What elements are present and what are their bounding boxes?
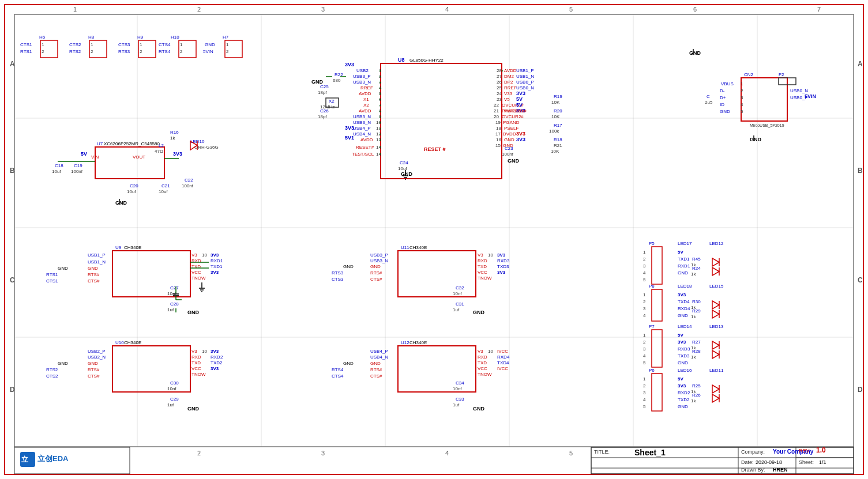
svg-text:R30: R30 — [692, 299, 701, 304]
svg-text:TXD3: TXD3 — [678, 353, 690, 359]
svg-text:2: 2 — [643, 383, 646, 389]
svg-text:5V1: 5V1 — [345, 135, 354, 141]
svg-text:RTS#: RTS# — [370, 270, 382, 276]
svg-text:CTS4: CTS4 — [159, 42, 171, 47]
svg-text:C25: C25 — [320, 84, 329, 89]
svg-text:3: 3 — [321, 6, 325, 13]
svg-text:3V3: 3V3 — [678, 340, 686, 345]
svg-text:D: D — [10, 386, 15, 394]
svg-text:28: 28 — [497, 68, 502, 73]
svg-text:13: 13 — [376, 137, 381, 142]
svg-text:USB4_P: USB4_P — [370, 349, 388, 354]
svg-text:GND: GND — [88, 361, 98, 366]
svg-text:R29: R29 — [692, 308, 701, 314]
svg-text:TXD1: TXD1 — [211, 264, 223, 269]
svg-text:10: 10 — [202, 349, 207, 354]
svg-text:RTS#: RTS# — [370, 367, 382, 372]
svg-text:23: 23 — [497, 97, 502, 102]
svg-text:CH340E: CH340E — [124, 340, 141, 345]
svg-text:H7: H7 — [223, 35, 229, 40]
svg-text:R28: R28 — [692, 349, 701, 354]
svg-text:MircoUSB_5P2019: MircoUSB_5P2019 — [750, 123, 784, 128]
svg-text:RXD3: RXD3 — [497, 258, 510, 263]
svg-text:USB1_N: USB1_N — [516, 74, 534, 79]
svg-text:VCC: VCC — [191, 366, 201, 371]
svg-text:3V3: 3V3 — [516, 137, 525, 142]
svg-rect-177 — [95, 147, 164, 179]
svg-text:16: 16 — [496, 137, 501, 142]
svg-text:R25: R25 — [692, 383, 701, 389]
svg-text:TNOW: TNOW — [478, 372, 492, 377]
svg-rect-63 — [381, 63, 502, 179]
svg-text:VCC: VCC — [478, 366, 487, 371]
svg-text:10: 10 — [488, 349, 493, 354]
svg-text:18: 18 — [496, 126, 501, 131]
svg-text:5V: 5V — [516, 102, 523, 108]
svg-text:21: 21 — [494, 108, 499, 114]
svg-text:1uf: 1uf — [453, 307, 460, 312]
svg-text:24: 24 — [497, 91, 502, 96]
svg-text:LED12: LED12 — [709, 241, 724, 246]
svg-text:TXD4: TXD4 — [497, 360, 509, 365]
svg-text:10K: 10K — [551, 114, 560, 119]
svg-text:3V3: 3V3 — [678, 383, 686, 389]
svg-text:VIN: VIN — [91, 154, 99, 160]
svg-text:H9: H9 — [137, 35, 144, 40]
svg-text:RTS1: RTS1 — [20, 49, 32, 54]
svg-text:C19: C19 — [74, 163, 82, 168]
svg-text:USB2_P: USB2_P — [88, 349, 106, 354]
svg-text:10nf: 10nf — [167, 386, 176, 391]
svg-text:TNOW: TNOW — [191, 276, 206, 281]
svg-rect-51 — [179, 40, 196, 58]
svg-text:2: 2 — [140, 49, 142, 54]
svg-text:CH340E: CH340E — [124, 245, 141, 250]
svg-text:D-: D- — [720, 88, 725, 93]
svg-text:ID: ID — [720, 102, 724, 107]
svg-text:100nf: 100nf — [182, 183, 194, 188]
svg-text:CTS#: CTS# — [370, 374, 382, 379]
svg-text:1: 1 — [643, 333, 646, 338]
svg-text:TXD3: TXD3 — [497, 264, 509, 269]
svg-text:2: 2 — [643, 299, 646, 304]
svg-text:AVDD: AVDD — [359, 91, 371, 96]
svg-rect-45 — [138, 40, 156, 58]
svg-text:GND: GND — [678, 360, 688, 365]
svg-text:5VIN: 5VIN — [805, 93, 816, 99]
svg-text:H8: H8 — [88, 35, 95, 40]
svg-marker-400 — [712, 341, 719, 349]
svg-text:5: 5 — [379, 91, 382, 96]
svg-text:IVCC: IVCC — [497, 366, 508, 371]
svg-rect-364 — [652, 289, 662, 321]
svg-text:GND: GND — [473, 310, 485, 315]
svg-text:C: C — [707, 94, 710, 99]
svg-text:H6: H6 — [39, 35, 46, 40]
svg-text:10nf: 10nf — [453, 291, 462, 296]
svg-text:1: 1 — [379, 68, 382, 73]
svg-text:PWREN1#: PWREN1# — [504, 108, 527, 114]
svg-text:7: 7 — [817, 6, 821, 13]
svg-text:3: 3 — [741, 95, 743, 100]
svg-text:18pf: 18pf — [318, 90, 327, 95]
svg-text:GND: GND — [370, 361, 381, 366]
svg-text:TXD: TXD — [191, 264, 201, 269]
svg-text:GND: GND — [503, 143, 513, 148]
svg-rect-163 — [326, 98, 339, 107]
svg-text:C23: C23 — [505, 146, 513, 151]
svg-text:10nf: 10nf — [453, 386, 462, 391]
svg-text:R27: R27 — [692, 340, 701, 345]
svg-text:DP2: DP2 — [504, 80, 513, 85]
svg-text:LED11: LED11 — [709, 368, 724, 373]
svg-text:RXD4: RXD4 — [497, 354, 510, 360]
svg-rect-208 — [741, 78, 787, 121]
svg-rect-343 — [652, 247, 662, 284]
svg-text:C: C — [858, 276, 863, 284]
svg-text:1k: 1k — [691, 345, 696, 350]
svg-text:RTS2: RTS2 — [69, 49, 81, 54]
svg-text:19: 19 — [495, 120, 501, 125]
svg-text:5V: 5V — [678, 376, 683, 382]
svg-text:TEST/SCL: TEST/SCL — [352, 152, 374, 157]
svg-text:R26: R26 — [692, 393, 701, 398]
svg-text:V3: V3 — [191, 349, 197, 354]
svg-text:5V: 5V — [81, 151, 87, 157]
svg-text:C: C — [10, 276, 15, 284]
